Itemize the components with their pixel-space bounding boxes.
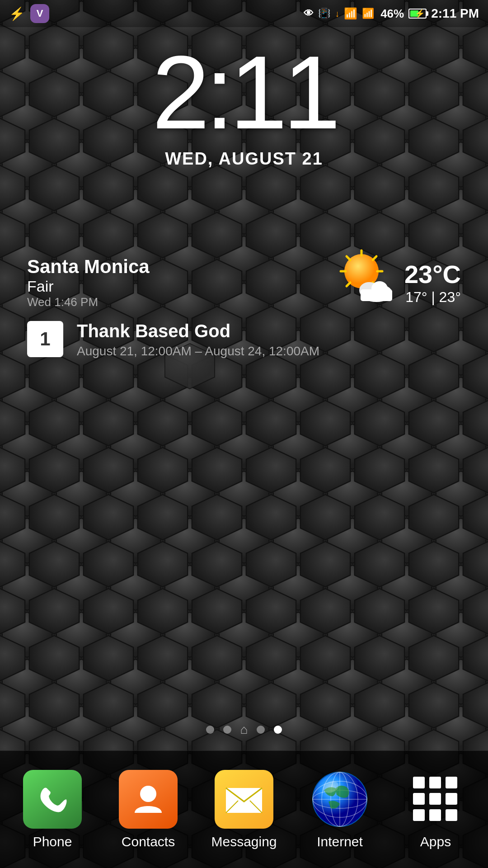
- weather-temp-info: 23°C 17° | 23°: [404, 259, 461, 306]
- svg-point-22: [140, 786, 156, 802]
- phone-icon: [23, 770, 82, 829]
- dock-item-phone[interactable]: Phone: [12, 770, 93, 849]
- battery-percent: 46%: [380, 7, 404, 21]
- dock-item-apps[interactable]: Apps: [395, 770, 476, 849]
- cal-event-time: August 21, 12:00AM – August 24, 12:00AM: [77, 344, 319, 359]
- weather-widget[interactable]: Santa Monica Fair Wed 1:46 PM: [18, 240, 470, 326]
- dock: Phone Contacts Messaging: [0, 750, 488, 868]
- apps-icon: [406, 770, 465, 829]
- page-indicators: ⌂: [0, 722, 488, 737]
- contacts-label: Contacts: [122, 834, 175, 849]
- wifi-icon: 📶: [344, 7, 357, 20]
- clock-widget: 2:11 WED, AUGUST 21: [0, 41, 488, 169]
- dock-item-messaging[interactable]: Messaging: [203, 770, 285, 849]
- dock-item-contacts[interactable]: Contacts: [108, 770, 189, 849]
- svg-line-17: [347, 283, 350, 286]
- battery-icon: ⚡: [408, 9, 427, 19]
- page-dot-3[interactable]: [257, 726, 265, 734]
- page-dot-home[interactable]: ⌂: [240, 722, 248, 737]
- weather-condition: Fair: [27, 278, 328, 295]
- page-dot-2[interactable]: [223, 726, 231, 734]
- internet-label: Internet: [317, 834, 363, 849]
- weather-temperature: 23°C: [404, 259, 461, 289]
- weather-updated: Wed 1:46 PM: [27, 295, 328, 309]
- messaging-icon: [215, 770, 273, 829]
- svg-rect-21: [361, 289, 392, 301]
- calendar-event: Thank Based God August 21, 12:00AM – Aug…: [77, 321, 319, 359]
- weather-city: Santa Monica: [27, 256, 328, 278]
- viber-icon: V: [30, 4, 49, 23]
- svg-line-16: [373, 256, 376, 260]
- vibrate-icon: 📳: [318, 8, 330, 19]
- status-time: 2:11 PM: [431, 6, 479, 21]
- internet-icon: [310, 770, 369, 829]
- apps-label: Apps: [420, 834, 451, 849]
- weather-info: Santa Monica Fair Wed 1:46 PM: [27, 256, 328, 309]
- download-icon: ↓: [335, 9, 339, 19]
- status-left-icons: ⚡ V: [9, 4, 49, 23]
- messaging-label: Messaging: [211, 834, 277, 849]
- dock-item-internet[interactable]: Internet: [299, 770, 380, 849]
- calendar-icon: 1: [27, 321, 63, 357]
- page-dot-1[interactable]: [206, 726, 214, 734]
- status-right-icons: 👁 📳 ↓ 📶 📶 46% ⚡ 2:11 PM: [304, 6, 479, 21]
- calendar-widget[interactable]: 1 Thank Based God August 21, 12:00AM – A…: [18, 316, 470, 363]
- cal-event-title: Thank Based God: [77, 321, 319, 341]
- svg-line-14: [347, 256, 350, 260]
- page-dot-4-active[interactable]: [274, 726, 282, 734]
- clock-date: WED, AUGUST 21: [0, 149, 488, 169]
- weather-icon: [337, 249, 395, 316]
- mute-icon: 👁: [304, 8, 314, 19]
- signal-icon: 📶: [362, 8, 374, 19]
- status-bar: ⚡ V 👁 📳 ↓ 📶 📶 46% ⚡ 2:11 PM: [0, 0, 488, 27]
- weather-range: 17° | 23°: [404, 289, 461, 306]
- clock-time: 2:11: [0, 41, 488, 145]
- phone-label: Phone: [33, 834, 72, 849]
- usb-icon: ⚡: [9, 6, 25, 21]
- contacts-icon: [119, 770, 178, 829]
